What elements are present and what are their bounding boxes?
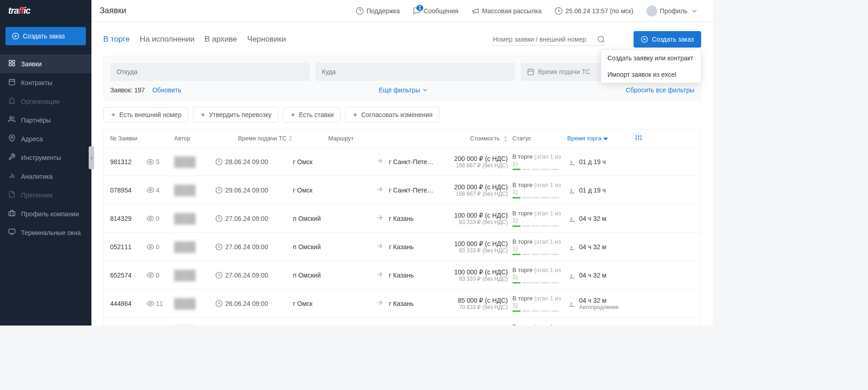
more-filters-link[interactable]: Ещё фильтры	[378, 86, 428, 94]
action-button[interactable]: Утвердить перевозку	[193, 107, 278, 123]
table-row[interactable]: 8143290████████████27.06.24 09:00п Омски…	[104, 204, 701, 233]
topbar-profile[interactable]: Профиль	[640, 5, 705, 16]
cell-price: 200 000 ₽ (с НДС)166 667 ₽ (без НДС)	[444, 183, 508, 197]
table-settings-button[interactable]	[631, 134, 642, 143]
tab-archive[interactable]: В архиве	[205, 33, 237, 46]
topbar-messages[interactable]: 1 Сообщения	[406, 7, 465, 15]
col-author-header[interactable]: Автор	[174, 135, 215, 142]
clock-icon	[215, 215, 223, 222]
megaphone-icon	[471, 7, 479, 15]
svg-rect-4	[12, 60, 15, 63]
table-row[interactable]: 0789544████████████29.06.24 09:00г Омскг…	[104, 176, 701, 204]
svg-point-64	[149, 303, 151, 305]
svg-point-12	[11, 137, 13, 139]
cell-author: ████████████	[174, 213, 215, 224]
sidebar-item[interactable]: Инструменты	[0, 148, 91, 167]
search-input[interactable]	[493, 36, 593, 43]
sidebar-item[interactable]: Адреса	[0, 129, 91, 148]
sidebar-item[interactable]: Аналитика	[0, 167, 91, 186]
topbar-broadcast[interactable]: Массовая рассылка	[465, 7, 548, 15]
cell-author: ████████████	[174, 156, 215, 167]
nav-icon	[8, 116, 16, 124]
cell-views: 0	[147, 272, 174, 279]
cell-to: г Санкт-Пете…	[389, 158, 444, 166]
nav-icon	[8, 153, 16, 162]
cell-status: В торге (этап 1 из 1)	[508, 267, 567, 283]
table-header: № Заявки Автор Время подачи ТС Маршрут С…	[104, 129, 701, 148]
svg-point-55	[149, 218, 151, 219]
cell-arrow	[371, 186, 389, 194]
col-route-header[interactable]: Маршрут	[293, 135, 371, 142]
cell-arrow	[371, 242, 389, 251]
cell-arrow	[371, 157, 389, 166]
svg-point-49	[149, 161, 151, 163]
cell-timer: 01 д 19 ч	[567, 158, 631, 166]
col-timer-header[interactable]: Время торга	[567, 135, 631, 142]
svg-point-11	[10, 117, 12, 119]
sort-icon	[288, 136, 293, 141]
sidebar-item[interactable]: Организации	[0, 92, 91, 111]
dropdown-create-request[interactable]: Создать заявку или контракт	[601, 50, 701, 66]
search-icon[interactable]	[597, 35, 605, 43]
nav-label: Терминальные окна	[21, 229, 81, 236]
action-button[interactable]: Есть внешний номер	[103, 107, 188, 123]
col-id-header[interactable]: № Заявки	[110, 135, 147, 142]
create-order-button[interactable]: Создать заказ Создать заявку или контрак…	[634, 31, 701, 48]
tab-trading[interactable]: В торге	[103, 33, 130, 46]
cell-views: 0	[147, 215, 174, 222]
col-status-header[interactable]: Статус	[508, 135, 567, 142]
table-row[interactable]: 6525740████████████27.06.24 09:00п Омски…	[104, 261, 701, 289]
clock-icon	[215, 300, 223, 307]
nav-icon	[8, 209, 16, 218]
col-price-header[interactable]: Стоимость	[444, 135, 508, 142]
sidebar-collapse-handle[interactable]	[89, 146, 94, 169]
topbar-support[interactable]: Поддержка	[349, 7, 406, 15]
nav-icon	[8, 78, 16, 87]
reset-filters-link[interactable]: Сбросить все фильтры	[626, 86, 694, 94]
tab-drafts[interactable]: Черновики	[247, 33, 286, 46]
svg-point-61	[149, 274, 151, 276]
cell-id: 444864	[110, 300, 147, 307]
nav-label: Заявки	[21, 60, 42, 68]
clock-icon	[215, 243, 223, 251]
cell-status: В торге (этап 1 из 1)	[508, 295, 567, 312]
action-button[interactable]: Есть ставки	[283, 107, 341, 123]
refresh-link[interactable]: Обновить	[152, 86, 181, 94]
table-row[interactable]: 0521110████████████27.06.24 09:00п Омски…	[104, 233, 701, 261]
dropdown-import-excel[interactable]: Импорт заявок из excel	[601, 66, 701, 83]
sidebar-item[interactable]: Заявки	[0, 54, 91, 73]
sidebar-item[interactable]: Контракты	[0, 73, 91, 92]
sidebar-create-order-button[interactable]: Создать заказ	[5, 27, 86, 45]
chevron-down-icon	[690, 7, 698, 15]
cell-author: ████████████	[174, 298, 215, 309]
messages-badge: 1	[416, 5, 424, 11]
auction-icon	[567, 214, 575, 223]
cell-price: 85 000 ₽ (с НДС)70 833 ₽ (без НДС)	[444, 325, 508, 326]
table-row[interactable]: 44486411████████████26.06.24 09:00г Омск…	[104, 289, 701, 318]
nav-icon	[8, 59, 16, 68]
clock-icon	[554, 7, 563, 15]
table-row[interactable]: 9813125████████████28.06.24 09:00г Омскг…	[104, 148, 701, 176]
cell-arrow	[371, 214, 389, 223]
filter-from-input[interactable]	[110, 63, 310, 81]
sidebar-item[interactable]: Профиль компании	[0, 204, 91, 223]
cell-to: г Казань	[389, 272, 444, 279]
cell-views: 11	[147, 300, 174, 307]
action-button[interactable]: Согласовать изменения	[345, 107, 439, 123]
plus-icon	[200, 112, 206, 118]
sidebar-item[interactable]: Партнёры	[0, 111, 91, 129]
cell-from: г Омск	[293, 187, 371, 194]
sidebar-item[interactable]: Терминальные окна	[0, 223, 91, 242]
cell-arrow	[371, 271, 389, 279]
sidebar: traffic Создать заказ ЗаявкиКонтрактыОрг…	[0, 0, 91, 326]
cell-timer: 04 ч 32 м	[567, 214, 631, 223]
cell-status: В торге (этап 1 из 1)	[508, 182, 567, 198]
table-row[interactable]: 10916319████████████26.06.24 09:00г Омск…	[104, 318, 701, 326]
eye-icon	[147, 272, 154, 279]
filter-to-input[interactable]	[315, 63, 515, 81]
sidebar-item[interactable]: Претензии	[0, 186, 91, 204]
cell-id: 814329	[110, 215, 147, 222]
col-time-header[interactable]: Время подачи ТС	[215, 135, 293, 142]
tab-executing[interactable]: На исполнении	[140, 33, 195, 46]
auction-icon	[567, 271, 575, 279]
